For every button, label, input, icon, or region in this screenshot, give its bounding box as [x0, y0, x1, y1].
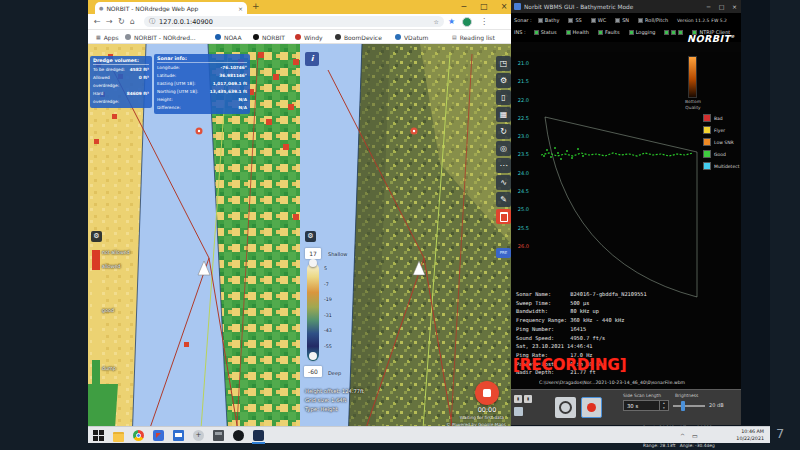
brightness-label: Brightness — [675, 393, 698, 398]
bookmark-label: Apps — [104, 34, 119, 41]
mini-pause-button[interactable]: ▮ — [514, 395, 522, 403]
forward-icon[interactable]: → — [106, 17, 113, 27]
toolbar-device-button[interactable]: ▯ — [496, 90, 511, 105]
bookmark-norbit[interactable]: NORBIT — [253, 32, 285, 42]
browser-maximize-button[interactable]: □ — [476, 0, 492, 14]
row-value: 0 ft³ — [139, 74, 149, 90]
record-off-button[interactable] — [555, 397, 576, 418]
home-icon[interactable]: ⌂ — [130, 17, 135, 27]
row-value: 4582 ft³ — [130, 66, 149, 74]
dredge-volume-map[interactable]: Dredge volumes: To be dredged:4582 ft³ A… — [88, 44, 300, 443]
taskbar-clock[interactable]: 10:46 AM 10/22/2021 — [728, 429, 764, 442]
bookmark-nordredge[interactable]: NORBIT - NORdred... — [125, 32, 196, 42]
bookmark-vdatum[interactable]: VDatum — [395, 32, 428, 42]
clock-date: 10/22/2021 — [728, 436, 764, 443]
toolbar-settings-button[interactable]: ⚙ — [496, 73, 511, 88]
stop-icon — [483, 389, 491, 397]
toolbar-delete-button[interactable] — [496, 209, 511, 224]
wbms-close-button[interactable]: × — [728, 3, 741, 10]
taskbar-chrome-icon[interactable] — [133, 430, 144, 441]
brightness-slider-track[interactable] — [673, 405, 705, 407]
boomdevice-icon — [335, 34, 341, 40]
readout-line2: Range: 28.13ft Angle: -30.4deg — [643, 443, 715, 449]
brightness-slider-handle[interactable] — [681, 401, 685, 411]
right-map-settings-button[interactable]: ⚙ — [305, 231, 316, 242]
toolbar-rotate-button[interactable]: ↻ — [496, 124, 511, 139]
wbms-titlebar[interactable]: Norbit WBMS GUI - Bathymetric Mode ─ □ × — [511, 0, 741, 13]
panel-title: Sonar info: — [157, 56, 247, 63]
tray-display-icon[interactable]: ▭ — [692, 432, 698, 439]
back-icon[interactable]: ← — [94, 17, 101, 27]
brightness-value: 20 dB — [709, 402, 724, 408]
row-label: Northing [UTM 18]: — [157, 88, 198, 96]
profile-chart-icon: ∿ — [500, 178, 507, 187]
map-info-button[interactable]: i — [305, 52, 319, 66]
record-stop-button[interactable] — [475, 381, 499, 405]
mini-play-button[interactable]: ▮ — [524, 395, 532, 403]
led-health — [566, 30, 571, 35]
led-rollpitch — [638, 18, 643, 23]
mini-tool-button[interactable] — [514, 407, 523, 416]
bookmark-boomdevice[interactable]: BoomDevice — [335, 32, 382, 42]
bookmark-windy[interactable]: Windy — [295, 32, 323, 42]
taskbar-app-icon[interactable] — [233, 430, 244, 441]
led-status — [534, 30, 539, 35]
legend-swatch-good — [703, 150, 711, 158]
height-map[interactable]: i ⚙ 17 Shallow 5 -7 -19 -31 -43 -55 -60 … — [300, 44, 511, 443]
led-logging — [629, 30, 634, 35]
side-panel-star-icon[interactable]: ★ — [448, 17, 455, 27]
tick: -19 — [324, 297, 332, 313]
toolbar-locate-button[interactable]: ◎ — [496, 141, 511, 156]
refresh-icon[interactable]: ↻ — [118, 17, 125, 27]
url-text[interactable]: 127.0.0.1:40900 — [159, 18, 430, 26]
taskbar-snip-icon[interactable]: + — [193, 430, 204, 441]
toolbar-profile-button[interactable]: ∿ — [496, 175, 511, 190]
logo-mark: ® — [731, 34, 736, 39]
profile-avatar[interactable] — [462, 17, 472, 27]
scale-min-value[interactable]: -60 — [304, 366, 322, 377]
wbms-maximize-button[interactable]: □ — [715, 3, 728, 10]
toolbar-fullscreen-button[interactable]: ◳ — [496, 56, 511, 71]
led-label: SN — [622, 17, 629, 23]
windy-icon — [295, 34, 301, 40]
reading-list-button[interactable]: ▤ Reading list — [452, 32, 495, 42]
taskbar-save-icon[interactable] — [173, 430, 184, 441]
taskbar-remote-icon[interactable] — [153, 430, 164, 441]
globe-icon — [125, 34, 131, 40]
new-tab-button[interactable]: + — [252, 1, 260, 11]
taskbar-wbms-icon[interactable] — [253, 430, 264, 441]
scale-handle-bottom[interactable] — [309, 352, 317, 360]
bookmark-star-icon[interactable]: ☆ — [434, 18, 439, 25]
side-scan-select[interactable]: 30 s ▴▾ — [623, 400, 669, 411]
taskbar-explorer-icon[interactable] — [113, 430, 124, 441]
start-button[interactable] — [93, 430, 104, 441]
bookmark-label: NORBIT - NORdred... — [134, 34, 196, 41]
wbms-control-bar: ▮ ▮ Side Scan Length 30 s ▴▾ Brightness … — [511, 389, 741, 425]
browser-minimize-button[interactable]: ─ — [456, 0, 472, 14]
record-ring-icon — [559, 401, 572, 414]
browser-menu-icon[interactable]: ⋮ — [480, 17, 488, 27]
tab-close-icon[interactable]: × — [238, 5, 243, 12]
row-value: -76.10746° — [221, 64, 248, 72]
bookmark-noaa[interactable]: NOAA — [215, 32, 241, 42]
record-on-button[interactable] — [581, 397, 602, 418]
scale-handle-top[interactable] — [309, 259, 317, 267]
bookmark-apps[interactable]: ▦ Apps — [96, 32, 119, 42]
scale-max-value[interactable]: 17 — [305, 248, 321, 259]
browser-tab[interactable]: ● NORBIT - NORdredge Web App × — [95, 2, 247, 14]
wbms-minimize-button[interactable]: ─ — [702, 3, 715, 10]
browser-close-button[interactable]: × — [496, 0, 512, 14]
address-bar[interactable]: ⓘ 127.0.0.1:40900 ☆ — [144, 16, 444, 27]
taskbar-calculator-icon[interactable] — [213, 430, 224, 441]
page-info-icon[interactable]: ⓘ — [149, 17, 155, 26]
legend-label-good: good — [102, 308, 114, 314]
toolbar-pre-button[interactable]: PRE — [496, 248, 511, 258]
led-faults — [598, 30, 603, 35]
led-label: Status — [541, 29, 557, 35]
left-map-settings-button[interactable]: ⚙ — [91, 231, 102, 242]
toolbar-grid-button[interactable]: ▦ — [496, 107, 511, 122]
toolbar-more-button[interactable]: ⋯ — [496, 158, 511, 173]
spinner-icons[interactable]: ▴▾ — [659, 401, 668, 410]
tray-chevron-icon[interactable]: ^ — [680, 432, 685, 439]
toolbar-measure-button[interactable]: ✎ — [496, 192, 511, 207]
